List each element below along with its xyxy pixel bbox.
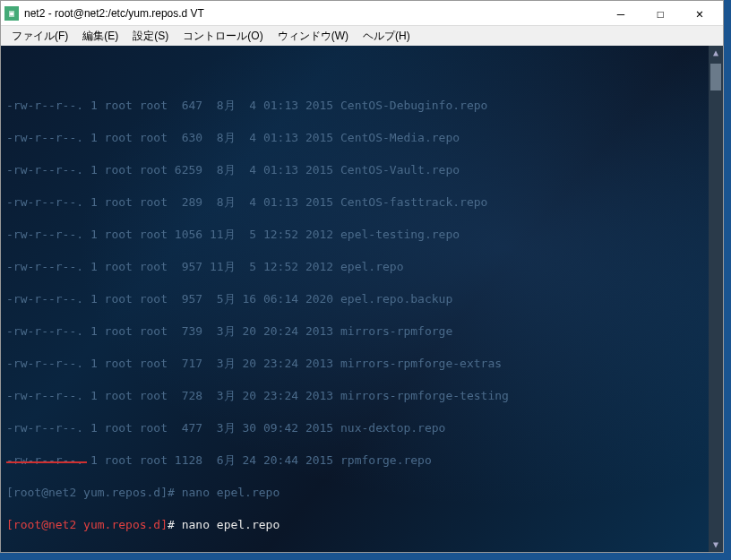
menu-file[interactable]: ファイル(F) [4,27,75,46]
scroll-thumb[interactable] [710,64,721,90]
ls-line: -rw-r--r--. 1 root root 1128 6月 24 20:44… [6,452,718,469]
ls-line: -rw-r--r--. 1 root root 477 3月 30 09:42 … [6,420,718,436]
prompt-user: [root@net2 yum.repos.d] [6,518,168,531]
prompt-line: [root@net2 yum.repos.d]# yum repolist [6,549,718,552]
ls-line: -rw-r--r--. 1 root root 957 11月 5 12:52 … [6,259,718,275]
menubar: ファイル(F) 編集(E) 設定(S) コントロール(O) ウィンドウ(W) ヘ… [1,26,723,46]
ls-line: -rw-r--r--. 1 root root 739 3月 20 20:24 … [6,323,718,340]
close-button[interactable]: ✕ [680,1,719,26]
ls-line: -rw-r--r--. 1 root root 647 8月 4 01:13 2… [6,98,718,114]
scrollbar[interactable]: ▲ ▼ [709,46,723,552]
app-icon: ▣ [4,6,19,21]
ls-line: -rw-r--r--. 1 root root 717 3月 20 23:24 … [6,356,718,372]
prompt-user: [root@net2 yum.repos.d] [6,550,168,552]
terminal-content: -rw-r--r--. 1 root root 647 8月 4 01:13 2… [6,82,718,552]
terminal-body[interactable]: -rw-r--r--. 1 root root 647 8月 4 01:13 2… [1,46,723,552]
prompt-line: [root@net2 yum.repos.d]# nano epel.repo [6,517,718,533]
window-title: net2 - root@net2:/etc/yum.repos.d VT [24,7,601,20]
scroll-down-icon[interactable]: ▼ [709,538,723,552]
minimize-button[interactable]: — [601,1,641,26]
prompt-cmd: # nano epel.repo [168,518,280,531]
ls-line: -rw-r--r--. 1 root root 728 3月 20 23:24 … [6,388,718,404]
old-prompt-line: [root@net2 yum.repos.d]# nano epel.repo [6,485,718,501]
ls-line: -rw-r--r--. 1 root root 630 8月 4 01:13 2… [6,130,718,146]
menu-edit[interactable]: 編集(E) [75,27,125,46]
highlight-underline [6,461,87,463]
ls-line: -rw-r--r--. 1 root root 289 8月 4 01:13 2… [6,194,718,211]
menu-window[interactable]: ウィンドウ(W) [271,27,356,46]
terminal-window: ▣ net2 - root@net2:/etc/yum.repos.d VT —… [0,0,724,553]
ls-line: -rw-r--r--. 1 root root 6259 8月 4 01:13 … [6,162,718,178]
titlebar[interactable]: ▣ net2 - root@net2:/etc/yum.repos.d VT —… [1,1,723,26]
prompt-cmd: # yum repolist [168,550,266,552]
maximize-button[interactable]: ☐ [641,1,680,26]
menu-settings[interactable]: 設定(S) [125,27,176,46]
window-controls: — ☐ ✕ [601,1,719,26]
menu-control[interactable]: コントロール(O) [176,27,270,46]
ls-line: -rw-r--r--. 1 root root 1056 11月 5 12:52… [6,227,718,243]
scroll-up-icon[interactable]: ▲ [709,46,723,60]
menu-help[interactable]: ヘルプ(H) [356,27,417,46]
ls-line: -rw-r--r--. 1 root root 957 5月 16 06:14 … [6,291,718,307]
